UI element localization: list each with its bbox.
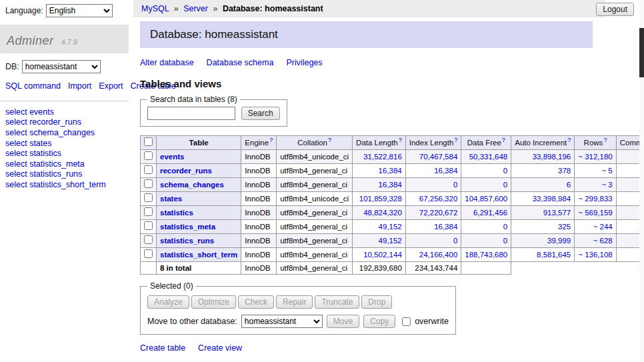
rows-count-link[interactable]: ~ 136,108 [578, 251, 612, 259]
table-name-cell: states [157, 192, 241, 206]
data-free-cell: 6,291,456 [461, 206, 511, 220]
sidebar-action-link[interactable]: SQL command [5, 81, 61, 91]
search-fieldset: Search data in tables (8) Search [140, 95, 287, 127]
data-length-cell: 31,522,816 [353, 150, 406, 164]
ghost-cell [575, 262, 616, 275]
help-link[interactable]: ? [603, 137, 607, 143]
help-link[interactable]: ? [502, 137, 505, 143]
table-name-link[interactable]: states [160, 195, 182, 203]
rows-count-link[interactable]: ~ 299,833 [578, 195, 612, 203]
row-checkbox-cell [141, 178, 157, 192]
engine-cell: InnoDB [241, 150, 277, 164]
table-name-link[interactable]: events [160, 153, 184, 161]
check-button[interactable]: Check [238, 295, 274, 309]
help-link[interactable]: ? [399, 137, 402, 143]
rows-count-link[interactable]: ~ 569,159 [578, 209, 612, 217]
column-header-label: Engine [245, 139, 269, 147]
table-name-link[interactable]: statistics_runs [160, 237, 214, 245]
table-row: statistics_short_termInnoDButf8mb4_gener… [141, 248, 644, 262]
db-action-link[interactable]: Privileges [286, 58, 322, 67]
sidebar-table-link[interactable]: select recorder_runs [5, 117, 123, 128]
logout-button[interactable]: Logout [596, 3, 634, 16]
overwrite-checkbox[interactable] [402, 317, 411, 326]
help-link[interactable]: ? [567, 137, 571, 143]
search-button[interactable]: Search [241, 107, 280, 120]
help-link[interactable]: ? [328, 137, 331, 143]
move-button[interactable]: Move [327, 315, 359, 328]
sidebar-table-link[interactable]: select statistics_meta [5, 159, 123, 170]
select-all-checkbox[interactable] [144, 137, 153, 146]
truncate-button[interactable]: Truncate [315, 295, 359, 309]
create-link[interactable]: Create view [198, 343, 242, 353]
data-length-cell: 101,859,328 [353, 192, 406, 206]
table-row: recorder_runsInnoDButf8mb4_general_ci16,… [141, 164, 644, 178]
rows-count-cell: ~ 569,159 [575, 206, 616, 220]
sidebar-table-link[interactable]: select statistics_short_term [5, 180, 123, 191]
row-checkbox[interactable] [144, 221, 153, 230]
row-checkbox[interactable] [144, 179, 153, 188]
engine-cell: InnoDB [241, 178, 277, 192]
row-checkbox-cell [141, 248, 157, 262]
help-link[interactable]: ? [454, 137, 457, 143]
db-action-link[interactable]: Database schema [207, 58, 274, 67]
language-select[interactable]: English [46, 4, 113, 17]
sidebar-action-link[interactable]: Export [99, 81, 123, 91]
sidebar-table-link[interactable]: select statistics [5, 149, 123, 159]
sidebar-table-link[interactable]: select events [5, 107, 123, 118]
tables-overview-table: TableEngine?Collation?Data Length?Index … [140, 135, 644, 275]
sidebar-table-link[interactable]: select statistics_runs [5, 169, 123, 180]
table-header-row: TableEngine?Collation?Data Length?Index … [141, 136, 644, 150]
row-checkbox[interactable] [144, 151, 153, 160]
data-length-cell: 49,152 [353, 234, 406, 248]
breadcrumb-mysql-link[interactable]: MySQL [141, 4, 169, 13]
table-name-link[interactable]: statistics_short_term [160, 251, 237, 259]
move-db-select[interactable]: homeassistant [241, 315, 323, 328]
rows-count-link[interactable]: ~ 3 [601, 181, 612, 189]
rows-count-link[interactable]: ~ 312,180 [578, 153, 612, 161]
analyze-button[interactable]: Analyze [147, 295, 189, 309]
row-checkbox[interactable] [144, 207, 153, 216]
table-name-link[interactable]: statistics [160, 209, 193, 217]
row-checkbox-cell [141, 192, 157, 206]
rows-count-link[interactable]: ~ 5 [601, 167, 612, 175]
create-link[interactable]: Create table [140, 343, 185, 353]
table-name-link[interactable]: schema_changes [160, 181, 224, 189]
column-header-data-free: Data Free? [461, 136, 511, 150]
scrollbar-thumb[interactable] [639, 28, 644, 77]
optimize-button[interactable]: Optimize [191, 295, 236, 309]
db-select[interactable]: homeassistant [22, 60, 101, 73]
rows-count-link[interactable]: ~ 628 [593, 237, 613, 245]
column-header-label: Table [189, 139, 209, 147]
breadcrumb-separator: » [174, 4, 179, 13]
row-checkbox[interactable] [144, 249, 153, 258]
scrollbar[interactable] [639, 0, 644, 362]
rows-count-link[interactable]: ~ 244 [593, 223, 613, 231]
data-length-cell: 16,384 [353, 178, 406, 192]
db-action-link[interactable]: Alter database [140, 58, 194, 67]
sidebar-action-link[interactable]: Import [68, 81, 91, 91]
search-legend: Search data in tables (8) [147, 95, 240, 104]
repair-button[interactable]: Repair [276, 295, 313, 309]
breadcrumb-server-link[interactable]: Server [183, 4, 208, 13]
drop-button[interactable]: Drop [361, 295, 392, 309]
row-checkbox[interactable] [144, 165, 153, 174]
search-input[interactable] [147, 107, 235, 120]
collation-cell: utf8mb4_unicode_ci [277, 150, 353, 164]
sidebar-table-link[interactable]: select states [5, 139, 123, 149]
help-link[interactable]: ? [269, 137, 273, 143]
row-checkbox[interactable] [144, 235, 153, 244]
table-name-link[interactable]: statistics_meta [160, 223, 215, 231]
table-row: statistics_runsInnoDButf8mb4_general_ci4… [141, 234, 644, 248]
index-length-cell: 67,256,320 [405, 192, 461, 206]
db-label: DB: [5, 62, 19, 71]
auto-increment-cell: 6 [511, 178, 575, 192]
sidebar-table-link[interactable]: select schema_changes [5, 128, 123, 139]
column-header-label: Data Free [467, 139, 501, 147]
collation-cell: utf8mb4_general_ci [277, 164, 353, 178]
auto-increment-cell: 913,577 [511, 206, 575, 220]
column-header-label: Collation [297, 139, 327, 147]
copy-button[interactable]: Copy [363, 315, 395, 328]
row-checkbox[interactable] [144, 193, 153, 202]
column-header-data-length: Data Length? [353, 136, 406, 150]
table-name-link[interactable]: recorder_runs [160, 167, 212, 175]
